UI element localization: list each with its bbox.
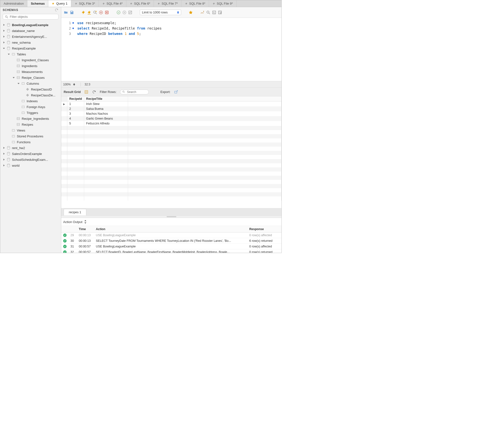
svg-point-43: [7, 158, 10, 159]
grid-view-icon[interactable]: [84, 90, 89, 94]
bolt-icon: [185, 2, 188, 5]
beautify-icon[interactable]: [200, 10, 205, 15]
tab-sql-file-7[interactable]: SQL File 7*: [154, 0, 181, 7]
fld-Triggers[interactable]: Triggers: [1, 110, 61, 116]
export-icon[interactable]: [174, 90, 178, 94]
svg-point-56: [207, 11, 209, 13]
success-icon: [63, 234, 67, 237]
col-recipetitle[interactable]: RecipeTitle: [84, 96, 128, 101]
explain-icon[interactable]: [93, 10, 97, 15]
execute-current-icon[interactable]: [87, 10, 92, 15]
schema-rent_hw2[interactable]: rent_hw2: [1, 145, 61, 151]
schemas-header: SCHEMAS: [3, 8, 18, 12]
filter-objects-input[interactable]: [10, 15, 56, 18]
stop-on-error-icon[interactable]: [105, 10, 109, 15]
table-row[interactable]: ▶1Irish Stew: [61, 101, 281, 107]
sql-editor[interactable]: 123 use recipesexample;select RecipeId, …: [61, 18, 281, 81]
action-output-row[interactable]: 2900:00:13USE BowlingLeagueExample0 row(…: [61, 233, 281, 238]
svg-rect-38: [12, 135, 15, 136]
open-file-icon[interactable]: [64, 10, 68, 15]
table-row[interactable]: 3Machos Nachos: [61, 111, 281, 116]
favorite-icon[interactable]: [188, 10, 193, 15]
svg-rect-12: [17, 65, 20, 67]
refresh-results-icon[interactable]: [92, 90, 96, 94]
refresh-icon[interactable]: [55, 8, 59, 12]
bolt-icon: [130, 2, 133, 5]
grp-Functions[interactable]: Functions: [1, 139, 61, 145]
filter-rows-search[interactable]: [120, 90, 149, 95]
result-grid[interactable]: RecipeId RecipeTitle ▶1Irish Stew2Salsa …: [61, 96, 281, 208]
filter-rows-input[interactable]: [127, 90, 147, 94]
schema-EntertainmentAgencyE...[interactable]: EntertainmentAgencyE...: [1, 34, 61, 40]
fld-Columns[interactable]: Columns: [1, 80, 61, 86]
wrap-icon[interactable]: [218, 10, 222, 15]
find-icon[interactable]: [206, 10, 210, 15]
tbl-Ingredients[interactable]: Ingredients: [1, 63, 61, 69]
row-limit-value: Limit to 1000 rows: [142, 11, 168, 14]
table-row[interactable]: 2Salsa Buena: [61, 106, 281, 111]
action-output-row[interactable]: 3200:00:57SELECT BowlerID, BowlerLastNam…: [61, 249, 281, 253]
tbl-Measurements[interactable]: Measurements: [1, 69, 61, 75]
schema-SalesOrdersExample[interactable]: SalesOrdersExample: [1, 151, 61, 157]
table-row[interactable]: 4Garlic Green Beans: [61, 116, 281, 121]
action-output-grid[interactable]: Time Action Response 2900:00:13USE Bowli…: [61, 226, 281, 253]
svg-point-4: [7, 35, 10, 36]
chevron-down-icon: [8, 53, 10, 55]
col-recipeid[interactable]: RecipeId: [67, 96, 84, 101]
schema-tree[interactable]: BowlingLeagueExampledatabase_nameEnterta…: [0, 21, 61, 253]
schema-world[interactable]: world: [1, 162, 61, 168]
tbl-Recipe_Classes[interactable]: Recipe_Classes: [1, 75, 61, 80]
svg-rect-61: [85, 91, 88, 94]
whitespace-icon[interactable]: ¶: [212, 10, 216, 15]
tab-schemas[interactable]: Schemas: [27, 0, 48, 7]
svg-text:¶: ¶: [213, 11, 215, 14]
tab-sql-file-3[interactable]: SQL File 3*: [71, 0, 99, 7]
result-tab-recipes[interactable]: recipes 1: [64, 209, 86, 215]
zoom-stepper[interactable]: [73, 83, 77, 86]
tab-query-1[interactable]: Query 1: [48, 0, 71, 7]
svg-point-2: [7, 23, 10, 24]
tbl-Ingredient_Classes[interactable]: Ingredient_Classes: [1, 57, 61, 63]
tab-sql-file-8[interactable]: SQL File 8*: [181, 0, 209, 7]
tbl-Recipes[interactable]: Recipes: [1, 122, 61, 127]
result-grid-label: Result Grid: [64, 90, 81, 94]
col-RecipeClassDe...[interactable]: RecipeClassDe...: [1, 92, 61, 98]
action-output-row[interactable]: 3000:00:13SELECT TourneyDate FROM Tourna…: [61, 238, 281, 244]
tab-sql-file-9[interactable]: SQL File 9*: [209, 0, 236, 7]
table-row[interactable]: 5Fettuccini Alfredo: [61, 121, 281, 126]
editor-status-bar: 100% 32:3: [61, 81, 281, 88]
grp-Tables[interactable]: Tables: [1, 51, 61, 57]
commit-icon[interactable]: [116, 10, 121, 15]
col-RecipeClassID[interactable]: RecipeClassID: [1, 86, 61, 92]
filter-objects-search[interactable]: [3, 14, 59, 19]
chevron-down-icon: [3, 47, 5, 49]
action-output-row[interactable]: 3100:00:57USE BowlingLeagueExample0 row(…: [61, 244, 281, 249]
splitter-handle[interactable]: [61, 215, 281, 218]
chevron-right-icon: [3, 24, 5, 26]
fld-Foreign Keys[interactable]: Foreign Keys: [1, 104, 61, 110]
schema-database_name[interactable]: database_name: [1, 28, 61, 34]
tab-administration[interactable]: Administration: [0, 0, 27, 7]
stop-icon[interactable]: [99, 10, 103, 15]
grp-Stored Procedures[interactable]: Stored Procedures: [1, 133, 61, 139]
fld-Indexes[interactable]: Indexes: [1, 98, 61, 104]
schema-BowlingLeagueExample[interactable]: BowlingLeagueExample: [1, 22, 61, 28]
svg-point-52: [117, 11, 120, 14]
svg-rect-22: [22, 82, 25, 83]
row-limit-select[interactable]: Limit to 1000 rows: [140, 10, 181, 15]
svg-point-47: [94, 11, 96, 13]
schema-RecipesExample[interactable]: RecipesExample: [1, 45, 61, 51]
autocommit-icon[interactable]: [128, 10, 132, 15]
tab-sql-file-6[interactable]: SQL File 6*: [126, 0, 154, 7]
tab-sql-file-4[interactable]: SQL File 4*: [99, 0, 126, 7]
rollback-icon[interactable]: [122, 10, 126, 15]
schema-new_schema[interactable]: new_schema: [1, 40, 61, 45]
action-output-select[interactable]: Action Output: [63, 219, 86, 224]
schema-SchoolSchedulingExam...[interactable]: SchoolSchedulingExam...: [1, 157, 61, 162]
save-file-icon[interactable]: [69, 10, 74, 15]
execute-icon[interactable]: [81, 10, 86, 15]
grp-Views[interactable]: Views: [1, 127, 61, 133]
tbl-Recipe_Ingredients[interactable]: Recipe_Ingredients: [1, 116, 61, 122]
svg-point-44: [7, 164, 10, 165]
result-tabs: recipes 1: [61, 208, 281, 215]
